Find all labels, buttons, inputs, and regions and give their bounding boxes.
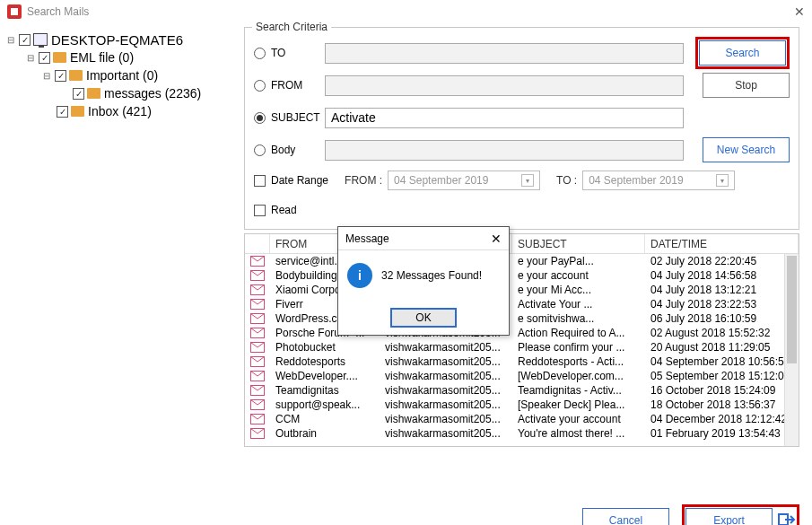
- export-button[interactable]: Export: [685, 508, 773, 525]
- scrollbar[interactable]: [784, 254, 799, 446]
- mail-icon: [245, 414, 270, 424]
- mail-icon: [245, 270, 270, 281]
- checkbox[interactable]: ✓: [57, 106, 68, 118]
- mail-icon: [245, 399, 270, 410]
- table-row[interactable]: FiverrActivate Your ...04 July 2018 23:2…: [245, 297, 799, 311]
- tree-item[interactable]: ⊟ ✓ Important (0): [5, 66, 235, 84]
- stop-button[interactable]: Stop: [703, 73, 790, 98]
- cell-datetime: 04 July 2018 13:12:21: [645, 284, 799, 296]
- body-input[interactable]: [325, 140, 684, 161]
- cell-subject: [WebDeveloper.com...: [512, 370, 645, 382]
- criteria-legend: Search Criteria: [252, 21, 331, 33]
- close-icon[interactable]: ✕: [794, 4, 805, 19]
- checkbox[interactable]: ✓: [55, 70, 66, 82]
- search-button[interactable]: Search: [699, 40, 786, 66]
- tree-item[interactable]: ✓ Inbox (421): [5, 102, 235, 120]
- window-title: Search Mails: [27, 5, 89, 18]
- table-header: FROM TO SUBJECT DATE/TIME: [245, 234, 799, 254]
- chevron-down-icon[interactable]: ▾: [521, 174, 534, 187]
- cell-from: Outbrain: [270, 427, 380, 440]
- cell-subject: Action Required to A...: [512, 327, 645, 339]
- cell-subject: Please confirm your ...: [512, 341, 645, 354]
- table-row[interactable]: Outbrainvishwakarmasomit205...You're alm…: [245, 426, 799, 441]
- mail-icon: [245, 385, 270, 396]
- table-row[interactable]: Photobucketvishwakarmasomit205...Please …: [245, 340, 799, 354]
- subject-input[interactable]: [325, 108, 684, 128]
- dialog-message: 32 Messages Found!: [381, 269, 482, 282]
- checkbox[interactable]: ✓: [39, 52, 50, 64]
- cell-datetime: 04 July 2018 23:22:53: [645, 298, 799, 311]
- col-subject[interactable]: SUBJECT: [512, 234, 645, 253]
- collapse-icon[interactable]: ⊟: [5, 35, 16, 45]
- cell-datetime: 04 September 2018 10:56:51: [645, 355, 799, 368]
- ok-button[interactable]: OK: [390, 308, 457, 328]
- mail-icon: [245, 428, 270, 439]
- read-checkbox[interactable]: [254, 205, 266, 216]
- folder-icon: [71, 106, 84, 117]
- cell-to: vishwakarmasomit205...: [380, 413, 512, 425]
- tree-item[interactable]: ✓ messages (2236): [5, 84, 235, 102]
- cell-datetime: 01 February 2019 13:54:43: [645, 427, 799, 440]
- radio-subject[interactable]: [254, 112, 266, 124]
- mail-icon: [245, 299, 270, 310]
- message-dialog: Message ✕ i 32 Messages Found! OK: [337, 226, 510, 336]
- collapse-icon[interactable]: ⊟: [41, 71, 52, 81]
- mail-icon: [245, 371, 270, 381]
- dialog-close-icon[interactable]: ✕: [491, 232, 502, 246]
- collapse-icon[interactable]: ⊟: [25, 53, 36, 63]
- radio-from[interactable]: [254, 80, 266, 92]
- radio-to[interactable]: [254, 48, 266, 59]
- to-input[interactable]: [325, 43, 684, 64]
- to-label: TO: [271, 47, 325, 59]
- table-row[interactable]: Xiaomi Corpora...e your Mi Acc...04 July…: [245, 283, 799, 297]
- search-highlight: Search: [695, 37, 790, 69]
- chevron-down-icon[interactable]: ▾: [716, 174, 729, 187]
- cell-datetime: 04 July 2018 14:56:58: [645, 269, 799, 282]
- cell-datetime: 04 December 2018 12:12:42: [645, 413, 799, 425]
- cell-subject: Activate Your ...: [512, 298, 645, 311]
- info-icon: i: [347, 263, 372, 288]
- cell-to: vishwakarmasomit205...: [380, 370, 512, 382]
- to-date-picker[interactable]: 04 September 2019▾: [582, 171, 735, 190]
- checkbox[interactable]: ✓: [73, 88, 84, 100]
- table-row[interactable]: WordPress.co...e somitvishwa...06 July 2…: [245, 311, 799, 326]
- mail-icon: [245, 284, 270, 295]
- cell-subject: Activate your account: [512, 413, 645, 425]
- cell-from: Teamdignitas: [270, 384, 380, 397]
- table-row[interactable]: Teamdignitasvishwakarmasomit205...Teamdi…: [245, 383, 799, 398]
- table-row[interactable]: service@intl.p...e your PayPal...02 July…: [245, 254, 799, 268]
- daterange-label: Date Range: [271, 174, 328, 187]
- cell-from: Reddotesports: [270, 355, 380, 368]
- cell-subject: e your account: [512, 269, 645, 282]
- col-datetime[interactable]: DATE/TIME: [645, 234, 799, 253]
- export-highlight: Export: [682, 504, 799, 525]
- table-row[interactable]: Porsche Forum -...vishwakarmasomit205...…: [245, 326, 799, 340]
- checkbox[interactable]: ✓: [19, 34, 31, 46]
- folder-tree: ⊟ ✓ DESKTOP-EQMATE6 ⊟ ✓ EML file (0) ⊟ ✓…: [0, 23, 240, 499]
- table-row[interactable]: CCMvishwakarmasomit205...Activate your a…: [245, 412, 799, 426]
- from-date-picker[interactable]: 04 September 2019▾: [388, 171, 540, 190]
- app-logo-icon: [7, 4, 22, 19]
- cell-from: support@speak...: [270, 398, 380, 411]
- cell-to: vishwakarmasomit205...: [380, 355, 512, 368]
- footer: Cancel Export: [0, 499, 812, 525]
- table-row[interactable]: Bodybuilding.c...e your account04 July 2…: [245, 268, 799, 283]
- export-arrow-icon[interactable]: [778, 512, 796, 526]
- table-row[interactable]: support@speak...vishwakarmasomit205...[S…: [245, 398, 799, 412]
- from-label: FROM: [271, 79, 325, 92]
- scrollbar-thumb[interactable]: [787, 256, 797, 363]
- cell-datetime: 18 October 2018 13:56:37: [645, 398, 799, 411]
- table-row[interactable]: WebDeveloper....vishwakarmasomit205...[W…: [245, 369, 799, 383]
- cell-to: vishwakarmasomit205...: [380, 341, 512, 354]
- cell-to: vishwakarmasomit205...: [380, 427, 512, 440]
- cancel-button[interactable]: Cancel: [582, 508, 669, 525]
- cell-from: CCM: [270, 413, 380, 425]
- radio-body[interactable]: [254, 144, 266, 156]
- from-input[interactable]: [325, 75, 684, 96]
- tree-root[interactable]: ⊟ ✓ DESKTOP-EQMATE6: [5, 31, 235, 48]
- table-row[interactable]: Reddotesportsvishwakarmasomit205...Reddo…: [245, 354, 799, 369]
- daterange-checkbox[interactable]: [254, 175, 266, 187]
- tree-item[interactable]: ⊟ ✓ EML file (0): [5, 48, 235, 66]
- new-search-button[interactable]: New Search: [703, 137, 790, 162]
- folder-icon: [53, 52, 66, 63]
